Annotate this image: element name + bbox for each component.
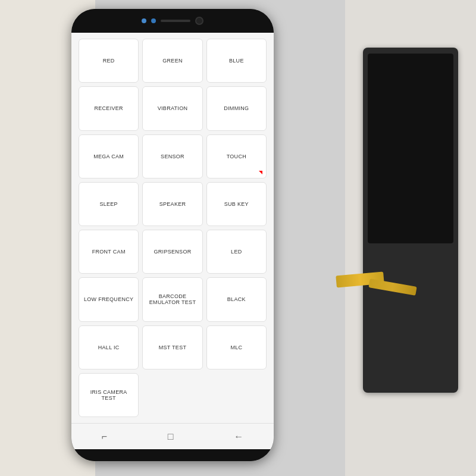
vibration-button[interactable]: VIBRATION xyxy=(142,86,202,130)
led-button[interactable]: LED xyxy=(206,230,267,274)
gripsensor-button[interactable]: GRIPSENSOR xyxy=(142,230,202,274)
sensor-button[interactable]: SENSOR xyxy=(142,134,202,178)
dimming-button[interactable]: DIMMING xyxy=(206,86,267,130)
red-button[interactable]: RED xyxy=(79,39,139,83)
barcode-emulator-button[interactable]: BARCODEEMULATOR TEST xyxy=(142,277,202,321)
receiver-button[interactable]: RECEIVER xyxy=(79,86,139,130)
mst-test-button[interactable]: MST TEST xyxy=(142,325,202,369)
touch-indicator xyxy=(259,171,262,174)
button-grid: RED GREEN BLUE RECEIVER VIBRATION DIMMIN… xyxy=(71,33,274,423)
hall-ic-button[interactable]: HALL IC xyxy=(79,325,139,369)
bottom-navigation: ⌐ □ ← xyxy=(71,423,274,449)
front-camera-dot xyxy=(142,18,146,23)
touch-button[interactable]: TOUCH xyxy=(206,134,267,178)
earpiece xyxy=(161,20,190,22)
mlc-button[interactable]: MLC xyxy=(206,325,267,369)
sub-key-button[interactable]: SUB KEY xyxy=(206,182,267,226)
phone-frame: RED GREEN BLUE RECEIVER VIBRATION DIMMIN… xyxy=(71,9,274,461)
phone-top-bar xyxy=(71,9,274,33)
front-camera xyxy=(195,17,203,25)
green-button[interactable]: GREEN xyxy=(142,39,202,83)
mega-cam-button[interactable]: MEGA CAM xyxy=(79,134,139,178)
device-screen xyxy=(368,54,453,243)
blue-button[interactable]: BLUE xyxy=(206,39,267,83)
iris-camera-button[interactable]: IRIS CAMERATEST xyxy=(79,373,139,417)
sleep-button[interactable]: SLEEP xyxy=(79,182,139,226)
black-button[interactable]: BLACK xyxy=(206,277,267,321)
sensor-dot xyxy=(151,18,156,23)
secondary-device xyxy=(363,48,458,393)
phone-bottom-bar xyxy=(71,449,274,461)
back-icon[interactable]: ← xyxy=(234,431,243,442)
recent-apps-icon[interactable]: ⌐ xyxy=(102,431,107,442)
low-frequency-button[interactable]: LOW FREQUENCY xyxy=(79,277,139,321)
scene: RED GREEN BLUE RECEIVER VIBRATION DIMMIN… xyxy=(0,0,476,476)
front-cam-button[interactable]: FRONT CAM xyxy=(79,230,139,274)
phone-screen: RED GREEN BLUE RECEIVER VIBRATION DIMMIN… xyxy=(71,33,274,449)
speaker-button[interactable]: SPEAKER xyxy=(142,182,202,226)
home-icon[interactable]: □ xyxy=(168,431,174,442)
